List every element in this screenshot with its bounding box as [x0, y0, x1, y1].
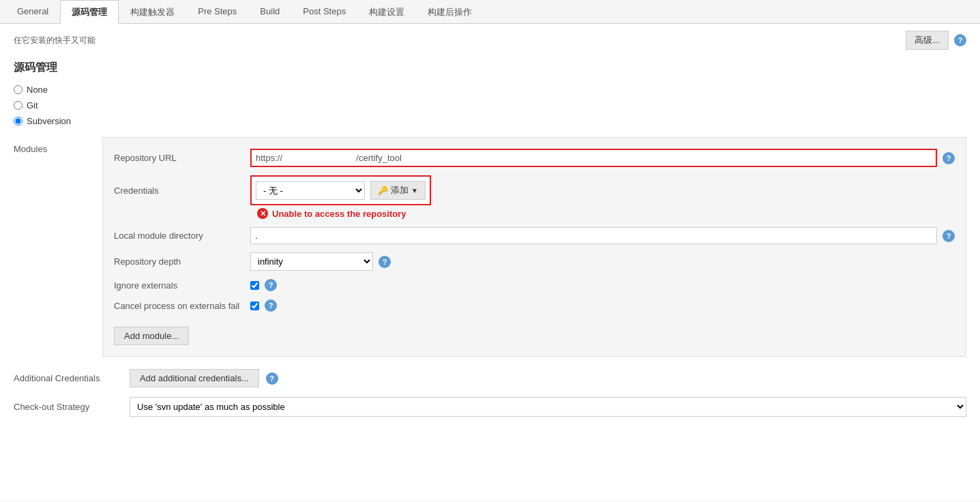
add-btn-label: 添加 — [391, 184, 409, 196]
local-dir-help-icon[interactable]: ? — [942, 230, 955, 242]
scm-radio-group: None Git Subversion — [14, 85, 966, 126]
tab-build[interactable]: Build — [248, 0, 291, 24]
ignore-externals-label: Ignore externals — [114, 280, 250, 291]
tab-source-management[interactable]: 源码管理 — [60, 0, 119, 24]
ignore-externals-help-icon[interactable]: ? — [265, 279, 277, 291]
key-icon: 🔑 — [378, 186, 388, 195]
bottom-section: Additional Credentials Add additional cr… — [14, 369, 966, 417]
radio-subversion[interactable]: Subversion — [14, 116, 966, 126]
tab-post-steps[interactable]: Post Steps — [291, 0, 357, 24]
radio-subversion-input[interactable] — [14, 117, 23, 126]
repo-url-help-icon[interactable]: ? — [942, 152, 955, 164]
advanced-button[interactable]: 高级... — [906, 31, 949, 50]
tab-post-build[interactable]: 构建后操作 — [416, 0, 484, 24]
repo-depth-help-icon[interactable]: ? — [378, 256, 391, 268]
add-module-button[interactable]: Add module... — [114, 327, 189, 345]
checkout-strategy-row: Check-out Strategy Use 'svn update' as m… — [14, 397, 966, 417]
modules-content: Repository URL ? Credentials - 无 - 🔑 添加 … — [102, 137, 966, 357]
radio-none[interactable]: None — [14, 85, 966, 95]
cancel-externals-help-icon[interactable]: ? — [265, 299, 277, 312]
repo-depth-select[interactable]: infinity empty files immediates — [250, 252, 373, 271]
top-note: 任它安装的快手又可能 — [14, 35, 906, 46]
add-additional-credentials-button[interactable]: Add additional credentials... — [130, 369, 259, 387]
repo-depth-label: Repository depth — [114, 256, 250, 267]
cancel-externals-checkbox[interactable] — [250, 301, 259, 310]
repo-url-row: Repository URL ? — [114, 149, 955, 167]
cancel-externals-row: Cancel process on externals fail ? — [114, 299, 955, 312]
credentials-row: Credentials - 无 - 🔑 添加 ▼ ? — [114, 175, 955, 205]
local-dir-row: Local module directory ? — [114, 227, 955, 244]
radio-git-input[interactable] — [14, 101, 23, 110]
tab-build-settings[interactable]: 构建设置 — [357, 0, 416, 24]
modules-label: Modules — [14, 137, 102, 154]
add-credentials-button[interactable]: 🔑 添加 ▼ — [370, 181, 426, 200]
error-text: Unable to access the repository — [272, 209, 406, 219]
error-icon: ✕ — [257, 208, 268, 219]
additional-credentials-help-icon[interactable]: ? — [266, 372, 278, 385]
error-message: ✕ Unable to access the repository — [257, 208, 955, 219]
radio-git[interactable]: Git — [14, 100, 966, 110]
local-dir-input[interactable] — [250, 227, 937, 244]
credentials-select[interactable]: - 无 - — [256, 181, 365, 200]
local-dir-field-wrapper — [250, 227, 937, 244]
ignore-externals-row: Ignore externals ? — [114, 279, 955, 291]
radio-none-input[interactable] — [14, 85, 23, 94]
checkout-strategy-select[interactable]: Use 'svn update' as much as possible Alw… — [130, 397, 966, 417]
ignore-externals-checkbox[interactable] — [250, 281, 259, 290]
repo-depth-row: Repository depth infinity empty files im… — [114, 252, 955, 271]
radio-subversion-label: Subversion — [27, 116, 71, 126]
local-dir-label: Local module directory — [114, 231, 250, 241]
page-title: 源码管理 — [14, 61, 966, 75]
credentials-label: Credentials — [114, 186, 250, 196]
repo-url-label: Repository URL — [114, 153, 250, 163]
radio-git-label: Git — [27, 100, 38, 110]
add-dropdown-arrow-icon: ▼ — [411, 187, 418, 194]
top-help-icon[interactable]: ? — [954, 34, 966, 46]
additional-credentials-row: Additional Credentials Add additional cr… — [14, 369, 966, 387]
additional-credentials-label: Additional Credentials — [14, 373, 123, 383]
repo-url-field-wrapper — [250, 149, 937, 167]
modules-section: Modules Repository URL ? Credentials - 无… — [14, 137, 966, 357]
tab-pre-steps[interactable]: Pre Steps — [186, 0, 248, 24]
repo-depth-field-wrapper: infinity empty files immediates — [250, 252, 373, 271]
tabs-bar: General 源码管理 构建触发器 Pre Steps Build Post … — [0, 0, 980, 24]
checkout-strategy-label: Check-out Strategy — [14, 402, 123, 412]
radio-none-label: None — [27, 85, 48, 95]
top-bar: 任它安装的快手又可能 高级... ? — [14, 31, 966, 50]
content-area: 任它安装的快手又可能 高级... ? 源码管理 None Git Subvers… — [0, 24, 980, 501]
credentials-wrapper: - 无 - 🔑 添加 ▼ — [250, 175, 431, 205]
tab-general[interactable]: General — [5, 0, 60, 24]
cancel-externals-label: Cancel process on externals fail — [114, 301, 250, 311]
tab-build-trigger[interactable]: 构建触发器 — [119, 0, 186, 24]
repo-url-input[interactable] — [250, 149, 937, 167]
